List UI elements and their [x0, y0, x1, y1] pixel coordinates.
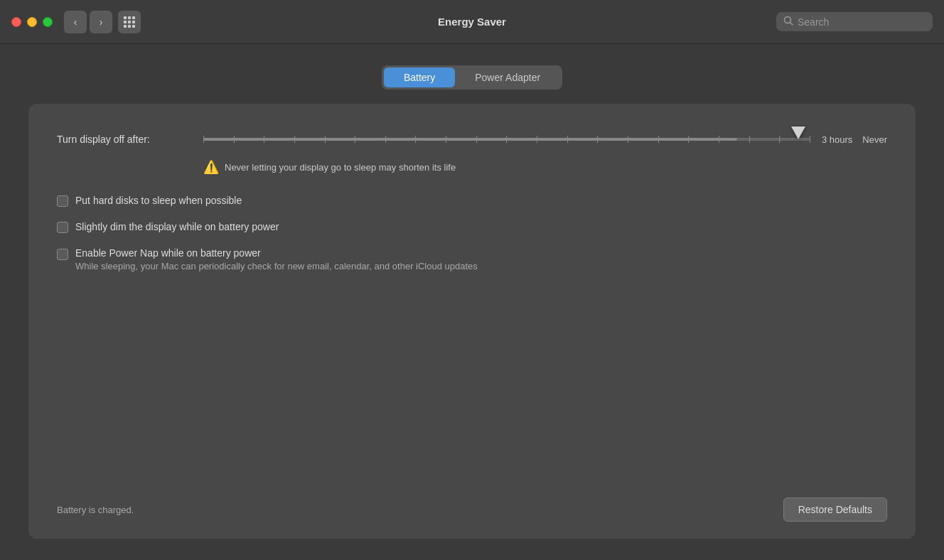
warning-text: Never letting your display go to sleep m… [225, 162, 456, 173]
power-nap-label[interactable]: Enable Power Nap while on battery power [75, 247, 478, 259]
grid-icon [124, 16, 135, 28]
battery-status: Battery is charged. [57, 505, 134, 515]
slider-label: Turn display off after: [57, 134, 192, 145]
power-nap-sublabel: While sleeping, your Mac can periodicall… [75, 261, 478, 271]
search-icon [783, 16, 793, 28]
hard-disks-checkbox[interactable] [57, 195, 68, 207]
tab-battery[interactable]: Battery [384, 68, 455, 87]
slider-never-label: Never [862, 134, 887, 145]
nav-buttons: ‹ › [64, 11, 112, 33]
settings-panel: Turn display off after: [28, 104, 916, 539]
grid-view-button[interactable] [118, 11, 141, 33]
search-bar [776, 12, 933, 31]
dim-display-label[interactable]: Slightly dim the display while on batter… [75, 221, 279, 232]
warning-row: ⚠️ Never letting your display go to slee… [203, 159, 887, 175]
minimize-button[interactable] [27, 17, 37, 27]
display-sleep-row: Turn display off after: [57, 125, 887, 154]
restore-defaults-button[interactable]: Restore Defaults [783, 497, 887, 522]
window-title: Energy Saver [438, 16, 506, 28]
traffic-lights [11, 17, 53, 27]
slider-container [203, 125, 810, 154]
slider-hours-label: 3 hours [822, 134, 852, 145]
content-area: Battery Power Adapter Turn display off a… [0, 44, 944, 560]
checkbox-item-dim-display: Slightly dim the display while on batter… [57, 221, 887, 233]
power-nap-text-group: Enable Power Nap while on battery power … [75, 247, 478, 271]
back-button[interactable]: ‹ [64, 11, 87, 33]
checkbox-item-power-nap: Enable Power Nap while on battery power … [57, 247, 887, 271]
titlebar: ‹ › Energy Saver [0, 0, 944, 44]
checkbox-item-hard-disks: Put hard disks to sleep when possible [57, 195, 887, 207]
warning-icon: ⚠️ [203, 159, 219, 175]
dim-display-checkbox[interactable] [57, 222, 68, 233]
tab-selector: Battery Power Adapter [382, 65, 562, 90]
power-nap-checkbox[interactable] [57, 249, 68, 260]
forward-button[interactable]: › [90, 11, 112, 33]
search-input[interactable] [798, 16, 926, 28]
maximize-button[interactable] [43, 17, 53, 27]
slider-end-labels: 3 hours Never [822, 134, 887, 145]
checkbox-group: Put hard disks to sleep when possible Sl… [57, 195, 887, 271]
hard-disks-label[interactable]: Put hard disks to sleep when possible [75, 195, 242, 206]
close-button[interactable] [11, 17, 21, 27]
bottom-bar: Battery is charged. Restore Defaults [57, 497, 887, 522]
tab-power-adapter[interactable]: Power Adapter [455, 68, 560, 87]
svg-line-1 [790, 23, 793, 26]
